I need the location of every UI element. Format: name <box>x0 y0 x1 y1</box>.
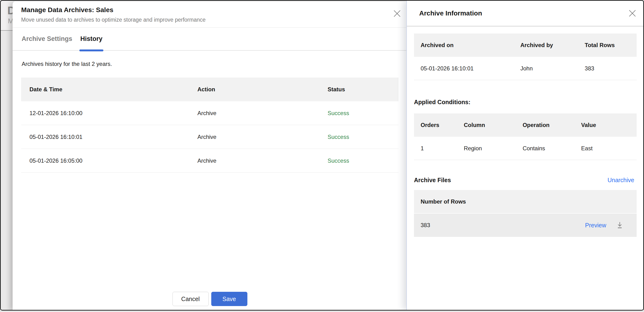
background-page-strip: D M <box>1 1 12 310</box>
modal-title: Manage Data Archives: Sales <box>21 6 386 14</box>
cell-action: Archive <box>189 110 320 117</box>
table-row[interactable]: 12-01-2026 16:10:00 Archive Success <box>21 101 398 125</box>
cell-total-rows: 383 <box>578 65 637 72</box>
active-tab-indicator <box>79 50 103 51</box>
tab-archive-settings[interactable]: Archive Settings <box>22 28 72 50</box>
status-badge: Success <box>320 134 398 140</box>
cell-rows-count: 383 <box>420 222 585 228</box>
summary-header-row: Archived on Archived by Total Rows <box>414 34 637 57</box>
manage-data-archives-modal: Manage Data Archives: Sales Move unused … <box>12 2 407 310</box>
column-header-orders: Orders <box>414 122 457 128</box>
applied-conditions-label: Applied Conditions: <box>414 99 637 106</box>
column-header-action: Action <box>189 86 320 93</box>
table-row: 383 Preview <box>414 213 637 237</box>
cell-order: 1 <box>414 145 457 152</box>
drawer-body: Archived on Archived by Total Rows 05-01… <box>407 27 643 237</box>
cell-action: Archive <box>189 134 320 140</box>
cancel-button[interactable]: Cancel <box>172 292 209 306</box>
table-row[interactable]: 05-01-2026 16:10:01 Archive Success <box>21 125 398 149</box>
conditions-header-row: Orders Column Operation Value <box>414 113 637 137</box>
status-badge: Success <box>320 110 398 117</box>
archive-files-header-line: Archive Files Unarchive <box>414 177 637 184</box>
column-header-operation: Operation <box>516 122 574 128</box>
column-header-status: Status <box>320 86 398 93</box>
preview-link[interactable]: Preview <box>585 222 606 229</box>
column-header-archived-on: Archived on <box>414 42 514 49</box>
cell-value: East <box>574 145 637 152</box>
close-icon <box>628 9 636 18</box>
column-header-value: Value <box>574 122 637 128</box>
cell-datetime: 05-01-2026 16:05:00 <box>21 157 189 164</box>
cell-action: Archive <box>189 157 320 164</box>
table-row: 05-01-2026 16:10:01 John 383 <box>414 57 637 80</box>
applied-conditions-table: Orders Column Operation Value 1 Region C… <box>414 113 637 160</box>
app-window: D M Manage Data Archives: Sales Move unu… <box>0 0 644 310</box>
files-header-row: Number of Rows <box>414 190 637 213</box>
tab-history-label: History <box>80 35 102 43</box>
cell-operation: Contains <box>516 145 574 152</box>
drawer-header: Archive Information <box>407 1 643 27</box>
table-row: 1 Region Contains East <box>414 137 637 160</box>
tab-bar: Archive Settings History <box>12 28 407 51</box>
modal-header: Manage Data Archives: Sales Move unused … <box>12 2 407 28</box>
drawer-title: Archive Information <box>419 10 482 17</box>
cell-archived-on: 05-01-2026 16:10:01 <box>414 65 514 72</box>
download-button[interactable] <box>615 220 624 230</box>
history-table: Date & Time Action Status 12-01-2026 16:… <box>21 78 398 173</box>
download-icon <box>615 220 624 230</box>
column-header-archived-by: Archived by <box>514 42 578 49</box>
cell-column: Region <box>457 145 516 152</box>
unarchive-link[interactable]: Unarchive <box>608 177 634 184</box>
history-note: Archives history for the last 2 years. <box>22 61 398 67</box>
archive-summary-table: Archived on Archived by Total Rows 05-01… <box>414 34 637 80</box>
status-badge: Success <box>320 157 398 164</box>
archive-files-label: Archive Files <box>414 177 451 184</box>
column-header-total-rows: Total Rows <box>578 42 637 49</box>
tab-archive-settings-label: Archive Settings <box>22 35 72 43</box>
drawer-close-button[interactable] <box>628 9 637 18</box>
tab-history[interactable]: History <box>80 28 102 50</box>
history-table-header-row: Date & Time Action Status <box>21 78 398 101</box>
table-row[interactable]: 05-01-2026 16:05:00 Archive Success <box>21 149 398 173</box>
column-header-datetime: Date & Time <box>21 86 189 93</box>
close-icon <box>393 10 401 18</box>
archive-information-drawer: Archive Information Archived on Archived… <box>406 1 643 310</box>
background-page-content <box>1 31 12 310</box>
modal-close-button[interactable] <box>392 9 402 19</box>
archive-files-table: Number of Rows 383 Preview <box>414 190 637 237</box>
cell-datetime: 12-01-2026 16:10:00 <box>21 110 189 117</box>
column-header-number-of-rows: Number of Rows <box>414 198 466 205</box>
cell-archived-by: John <box>514 65 578 72</box>
modal-footer: Cancel Save <box>12 292 407 306</box>
save-button[interactable]: Save <box>211 292 248 306</box>
column-header-column: Column <box>457 122 516 128</box>
cell-datetime: 05-01-2026 16:10:01 <box>21 134 189 140</box>
modal-subtitle: Move unused data to archives to optimize… <box>21 17 386 23</box>
